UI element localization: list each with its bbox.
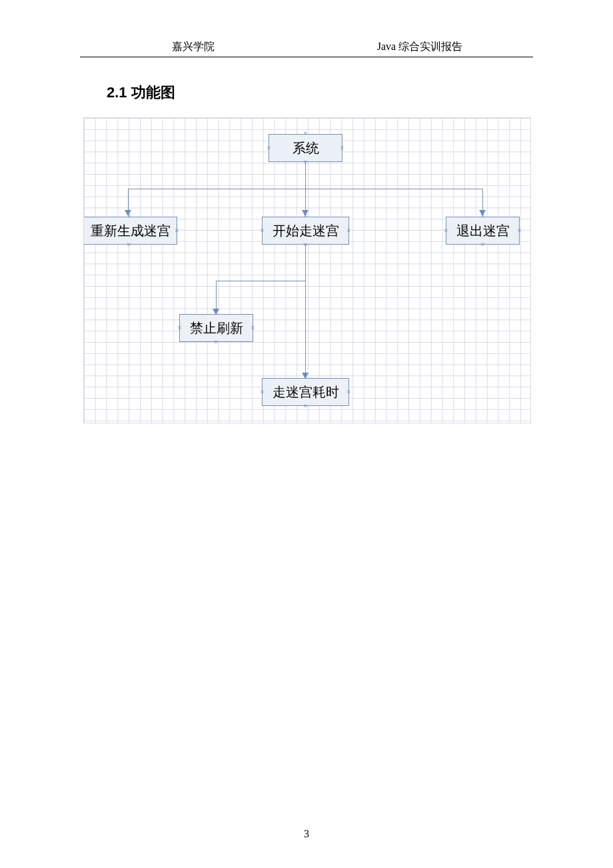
handle-icon: × <box>346 228 352 234</box>
page: 嘉兴学院 Java 综合实训报告 2.1 功能图 系统 <box>0 0 613 868</box>
node-regenerate-maze: 重新生成迷宫 × × × <box>84 217 177 245</box>
node-label: 重新生成迷宫 <box>91 222 171 240</box>
node-label: 走迷宫耗时 <box>273 383 339 401</box>
handle-icon: × <box>259 228 265 234</box>
node-exit-maze: 退出迷宫 × × × × <box>446 217 520 245</box>
node-label: 退出迷宫 <box>456 222 510 240</box>
connector <box>305 281 306 374</box>
connector <box>128 189 129 211</box>
connector <box>305 162 306 189</box>
handle-icon: × <box>266 145 272 151</box>
node-system: 系统 × × × × <box>269 134 342 162</box>
handle-icon: × <box>303 403 308 409</box>
handle-icon: × <box>516 228 522 234</box>
connector <box>216 281 217 310</box>
node-label: 开始走迷宫 <box>273 222 339 240</box>
handle-icon: × <box>259 389 265 395</box>
handle-icon: × <box>213 339 219 345</box>
function-diagram: 系统 × × × × 重新生成迷宫 × × × 开始走迷宫 × × × × 退出… <box>83 117 531 423</box>
section-heading: 2.1 功能图 <box>107 83 613 103</box>
connector <box>216 281 305 281</box>
node-maze-timing: 走迷宫耗时 × × × × <box>262 378 349 406</box>
handle-icon: × <box>443 228 449 234</box>
handle-icon: × <box>126 242 132 248</box>
page-header: 嘉兴学院 Java 综合实训报告 <box>0 0 613 57</box>
header-right: Java 综合实训报告 <box>306 40 533 54</box>
handle-icon: × <box>480 242 486 248</box>
handle-icon: × <box>303 131 308 137</box>
arrow-down-icon <box>479 210 486 216</box>
arrow-down-icon <box>302 210 308 216</box>
node-label: 禁止刷新 <box>190 319 243 337</box>
header-row: 嘉兴学院 Java 综合实训报告 <box>80 40 533 57</box>
arrow-down-icon <box>125 210 131 216</box>
handle-icon: × <box>339 145 345 151</box>
handle-icon: × <box>250 325 256 331</box>
header-left: 嘉兴学院 <box>80 40 306 54</box>
connector <box>305 189 306 211</box>
connector <box>305 245 306 281</box>
node-start-maze: 开始走迷宫 × × × × <box>262 217 349 245</box>
node-no-refresh: 禁止刷新 × × × × <box>179 314 253 342</box>
page-number: 3 <box>0 828 613 840</box>
handle-icon: × <box>346 389 352 395</box>
handle-icon: × <box>177 325 183 331</box>
node-label: 系统 <box>293 139 319 157</box>
handle-icon: × <box>174 228 180 234</box>
connector <box>482 189 483 211</box>
